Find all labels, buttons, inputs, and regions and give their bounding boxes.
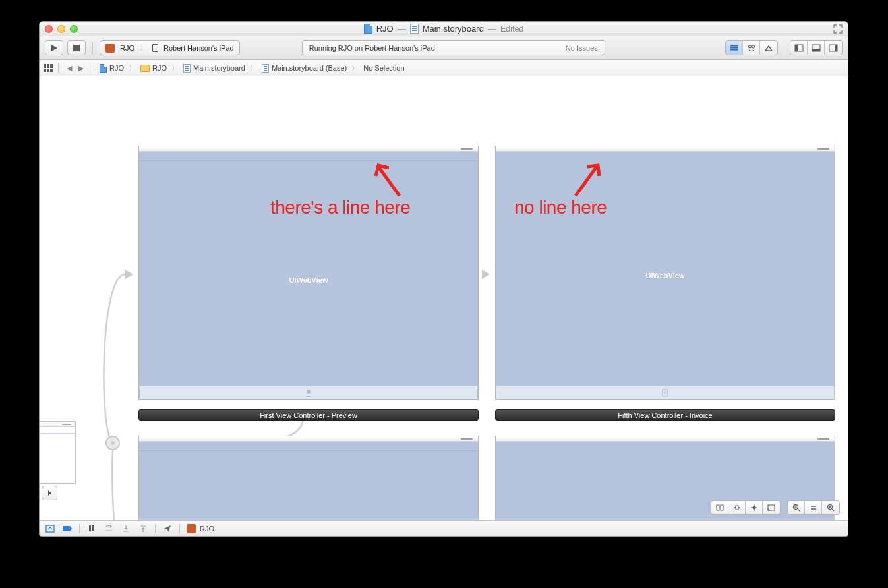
stop-button[interactable] [67, 40, 86, 55]
resizing-button[interactable] [763, 501, 780, 514]
document-outline-toggle[interactable] [42, 486, 57, 500]
activity-viewer[interactable]: Running RJO on Robert Hanson's iPad No I… [302, 40, 605, 55]
titlebar: RJO — Main.storyboard — Edited [40, 22, 848, 36]
scene-title-label: Fifth View Controller - Invoice [618, 411, 712, 419]
svg-rect-0 [73, 45, 80, 51]
uiwebview-label: UIWebView [139, 276, 478, 284]
svg-rect-16 [717, 505, 719, 510]
standard-editor-button[interactable] [726, 41, 743, 55]
svg-rect-9 [812, 49, 820, 51]
location-icon[interactable] [162, 524, 173, 533]
debug-separator [179, 524, 180, 533]
storyboard-icon [262, 64, 269, 73]
resolve-button[interactable] [746, 501, 763, 514]
left-panel-button[interactable] [790, 41, 808, 55]
uiwebview-label: UIWebView [496, 272, 835, 279]
debug-app-label: RJO [200, 525, 214, 533]
svg-rect-11 [835, 45, 837, 51]
scene-title-preview[interactable]: First View Controller - Preview [138, 409, 479, 421]
zoom-button[interactable] [70, 25, 78, 33]
scene-title-invoice[interactable]: Fifth View Controller - Invoice [495, 409, 835, 421]
speaker-icon [817, 148, 829, 150]
step-over-icon[interactable] [121, 524, 131, 533]
scene-preview[interactable]: UIWebView [138, 146, 479, 400]
svg-rect-36 [92, 525, 94, 531]
jump-label: Main.storyboard [193, 64, 245, 72]
annotation-arrow-icon [373, 162, 406, 200]
speaker-icon [62, 424, 71, 425]
svg-rect-2 [730, 47, 738, 49]
debug-process[interactable]: RJO [187, 524, 214, 533]
related-items-icon[interactable] [44, 64, 53, 72]
title-separator: — [488, 24, 496, 34]
close-button[interactable] [45, 25, 53, 33]
tab-item-icon [304, 388, 313, 397]
run-button[interactable] [45, 40, 63, 55]
segue-arrow-icon [482, 270, 490, 279]
scene-topbar [496, 146, 835, 152]
annotation-right-text: no line here [514, 197, 607, 218]
svg-rect-1 [730, 45, 738, 47]
forward-button[interactable]: ▶ [76, 63, 86, 73]
scheme-app-label: RJO [120, 44, 134, 52]
svg-rect-35 [89, 525, 91, 531]
minimize-button[interactable] [57, 25, 65, 33]
pause-icon[interactable] [86, 524, 97, 533]
scene-invoice[interactable]: UIWebView [495, 146, 835, 400]
layout-controls [711, 500, 781, 515]
zoom-in-button[interactable] [822, 501, 839, 514]
canvas-area[interactable]: UIWebView First View Controller - Previe… [40, 76, 848, 520]
file-name: Main.storyboard [423, 24, 484, 34]
svg-point-5 [752, 45, 754, 48]
hide-debug-icon[interactable] [45, 524, 55, 533]
assistant-editor-button[interactable] [743, 41, 760, 55]
step-in-icon[interactable] [138, 524, 148, 533]
initial-vc-indicator[interactable] [105, 436, 120, 450]
status-bar-line [139, 152, 478, 161]
jump-file[interactable]: Main.storyboard [181, 64, 247, 73]
canvas: UIWebView First View Controller - Previe… [40, 76, 848, 520]
peek-scene[interactable] [40, 421, 76, 484]
annotation-left-text: there's a line here [270, 197, 410, 218]
zoom-controls [787, 500, 840, 515]
zoom-out-button[interactable] [788, 501, 805, 514]
svg-rect-34 [46, 525, 54, 532]
status-text: Running RJO on Robert Hanson's iPad [309, 44, 435, 52]
zoom-fit-button[interactable] [805, 501, 822, 514]
segue-arrow-icon [125, 270, 133, 279]
back-button[interactable]: ◀ [64, 63, 74, 73]
edited-label: Edited [500, 24, 523, 34]
jump-project[interactable]: RJO [98, 64, 126, 73]
fullscreen-icon[interactable] [833, 24, 843, 34]
jump-separator [58, 63, 59, 73]
jump-base[interactable]: Main.storyboard (Base) [260, 64, 349, 73]
scene-topbar [496, 436, 835, 442]
app-icon [187, 524, 196, 533]
app-icon [105, 44, 115, 53]
jump-selection[interactable]: No Selection [361, 64, 406, 72]
continue-icon[interactable] [104, 524, 114, 533]
svg-rect-3 [730, 49, 738, 51]
right-panel-button[interactable] [825, 41, 842, 55]
chevron-icon: 〉 [171, 63, 179, 73]
align-button[interactable] [711, 501, 728, 514]
scene-topbar [40, 422, 75, 427]
svg-point-12 [307, 390, 311, 394]
pin-button[interactable] [728, 501, 746, 514]
scene-title-label: First View Controller - Preview [260, 411, 357, 419]
status-bar-line [40, 427, 75, 434]
bottom-panel-button[interactable] [808, 41, 825, 55]
svg-rect-7 [795, 45, 798, 51]
issues-text: No Issues [566, 44, 598, 52]
svg-rect-17 [721, 505, 723, 510]
window-title: RJO — Main.storyboard — Edited [40, 24, 848, 34]
scene-bottom-left[interactable]: UIWebView [138, 436, 479, 520]
jump-label: No Selection [363, 64, 404, 72]
breakpoints-icon[interactable] [62, 524, 73, 533]
title-separator: — [398, 24, 406, 34]
storyboard-icon [410, 24, 419, 34]
version-editor-button[interactable] [760, 41, 777, 55]
annotation-arrow-icon [570, 162, 603, 200]
jump-folder[interactable]: RJO [138, 64, 169, 72]
scheme-selector[interactable]: RJO 〉 Robert Hanson's iPad [100, 40, 240, 55]
